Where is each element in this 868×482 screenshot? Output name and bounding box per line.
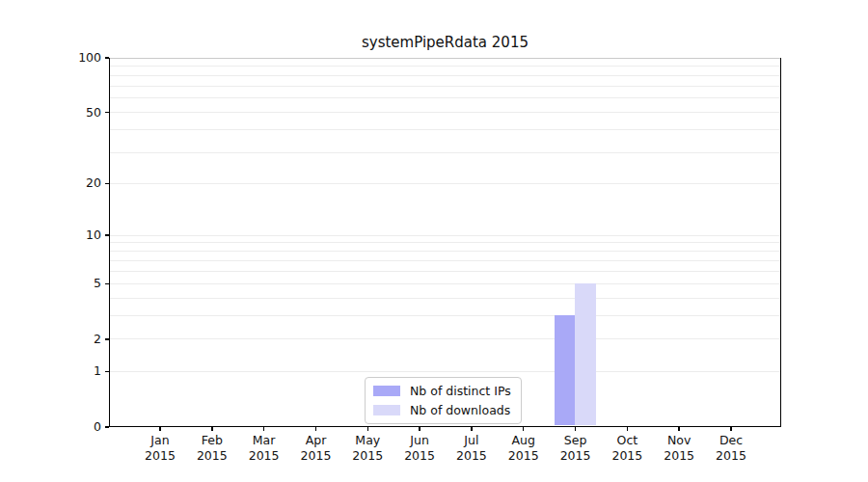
legend-label-distinct-ips: Nb of distinct IPs — [410, 384, 511, 398]
gridline-100 — [110, 58, 780, 59]
chart-title: systemPipeRdata 2015 — [109, 34, 781, 51]
y-tick-label-10: 10 — [43, 227, 101, 244]
gridline-30 — [110, 152, 780, 153]
gridline-4 — [110, 298, 780, 299]
gridline-50 — [110, 112, 780, 113]
legend-swatch-downloads — [373, 405, 400, 415]
y-tick-5 — [105, 283, 109, 285]
legend-label-downloads: Nb of downloads — [410, 403, 510, 417]
x-tick-jan — [159, 427, 161, 431]
bar-nb-of-downloads-sep — [575, 283, 596, 425]
gridline-1 — [110, 371, 780, 372]
legend-swatch-distinct-ips — [373, 386, 400, 396]
gridline-3 — [110, 315, 780, 316]
chart-figure: systemPipeRdata 2015 0125102050100Jan201… — [0, 0, 868, 482]
x-tick-jun — [419, 427, 420, 431]
x-tick-aug — [523, 427, 525, 431]
x-tick-oct — [627, 427, 629, 431]
y-tick-10 — [105, 234, 109, 236]
month-label: Dec — [700, 433, 762, 448]
gridline-10 — [110, 235, 780, 236]
gridline-5 — [110, 283, 780, 284]
y-tick-label-0: 0 — [43, 418, 101, 436]
plot-area — [109, 58, 781, 427]
y-tick-label-100: 100 — [43, 49, 101, 67]
year-label: 2015 — [700, 448, 762, 464]
legend-item-downloads: Nb of downloads — [373, 403, 511, 417]
x-tick-apr — [315, 427, 317, 431]
gridline-7 — [110, 260, 780, 261]
y-tick-0 — [105, 426, 109, 428]
x-tick-mar — [263, 427, 265, 431]
legend-item-distinct-ips: Nb of distinct IPs — [373, 384, 511, 398]
gridline-9 — [110, 242, 780, 243]
gridline-8 — [110, 251, 780, 252]
gridline-40 — [110, 129, 780, 130]
y-tick-label-20: 20 — [43, 174, 101, 192]
x-tick-jul — [471, 427, 473, 431]
y-tick-100 — [105, 57, 109, 59]
gridline-20 — [110, 183, 780, 184]
x-tick-dec — [730, 427, 732, 431]
gridline-6 — [110, 271, 780, 272]
gridline-2 — [110, 338, 780, 339]
y-tick-20 — [105, 183, 109, 185]
y-tick-2 — [105, 338, 109, 340]
y-tick-label-5: 5 — [43, 275, 101, 292]
y-tick-label-2: 2 — [43, 331, 101, 348]
y-tick-50 — [105, 112, 109, 114]
y-tick-label-50: 50 — [43, 104, 101, 121]
bar-nb-of-distinct-ips-sep — [555, 315, 576, 425]
legend: Nb of distinct IPs Nb of downloads — [365, 377, 522, 424]
gridline-80 — [110, 75, 780, 76]
gridline-70 — [110, 86, 780, 87]
gridline-60 — [110, 97, 780, 98]
y-tick-label-1: 1 — [43, 362, 101, 380]
y-tick-1 — [105, 371, 109, 373]
x-tick-may — [367, 427, 369, 431]
x-tick-label-dec: Dec2015 — [700, 433, 762, 464]
gridline-90 — [110, 66, 780, 67]
x-tick-nov — [678, 427, 680, 431]
x-tick-feb — [211, 427, 213, 431]
x-tick-sep — [575, 427, 577, 431]
